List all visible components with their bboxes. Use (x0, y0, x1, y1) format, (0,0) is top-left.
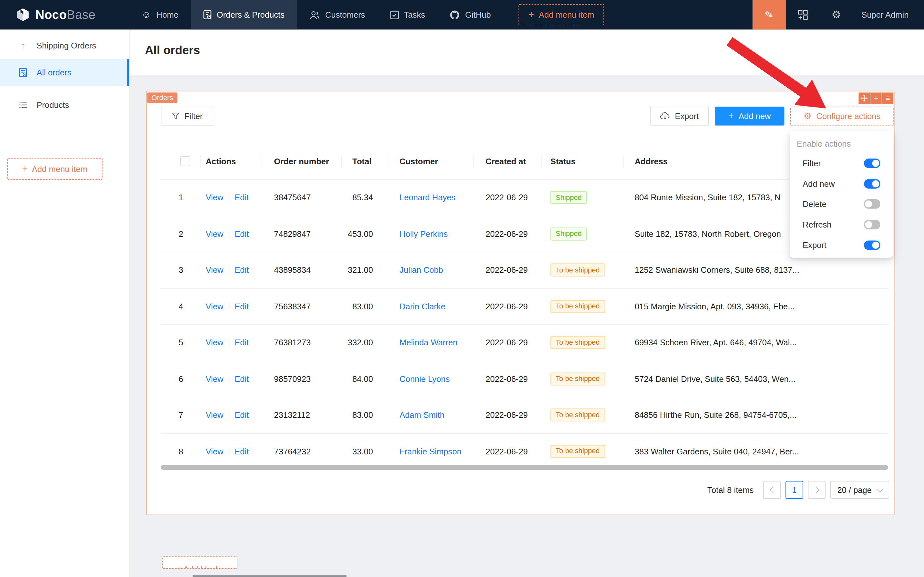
customer-link[interactable]: Connie Lyons (399, 374, 449, 384)
customer-link[interactable]: Holly Perkins (399, 229, 448, 239)
total-cell: 83.00 (342, 397, 388, 433)
nocobase-logo[interactable]: NocoBase (0, 7, 129, 23)
col-order-number: Order number (262, 143, 342, 179)
table-row: 7 View Edit 23132112 83.00 Adam Smith 20… (161, 397, 889, 434)
status-cell: To be shipped (542, 397, 624, 433)
document-check-icon (18, 68, 28, 77)
status-cell: Shipped (542, 216, 624, 251)
plus-icon: + (728, 111, 734, 121)
edit-link[interactable]: Edit (235, 193, 249, 202)
toggle-switch[interactable] (864, 200, 881, 209)
customer-link[interactable]: Leonard Hayes (399, 193, 455, 202)
tab-home[interactable]: ☺ Home (129, 0, 191, 29)
total-cell: 321.00 (342, 252, 388, 288)
status-cell: To be shipped (542, 434, 624, 469)
customer-cell: Darin Clarke (388, 288, 473, 324)
drag-move-icon[interactable] (858, 92, 870, 104)
view-link[interactable]: View (206, 301, 223, 311)
user-menu[interactable]: Super Admin (853, 10, 924, 19)
customer-link[interactable]: Melinda Warren (399, 338, 457, 347)
view-link[interactable]: View (206, 338, 223, 347)
link-divider (229, 375, 229, 383)
customer-cell: Adam Smith (388, 397, 473, 433)
horizontal-scrollbar-thumb[interactable] (161, 465, 888, 470)
configure-actions-button[interactable]: ⚙ Configure actions (790, 106, 894, 126)
order-number-cell: 73764232 (262, 434, 342, 469)
toggle-switch[interactable] (864, 159, 881, 168)
dropdown-toggle-item[interactable]: Delete (790, 194, 893, 215)
toggle-switch[interactable] (864, 179, 881, 189)
customer-link[interactable]: Julian Cobb (399, 265, 443, 275)
settings-button[interactable]: ⚙ (820, 0, 853, 29)
nocobase-app: NocoBase ☺ Home Orders & Products Custom… (0, 0, 924, 577)
edit-link[interactable]: Edit (235, 229, 249, 239)
document-check-icon (203, 10, 211, 19)
toggle-switch[interactable] (864, 240, 881, 250)
edit-link[interactable]: Edit (235, 447, 249, 456)
next-page-button[interactable] (808, 481, 826, 499)
navbar-add-menu-item-button[interactable]: + Add menu item (518, 4, 604, 25)
tab-orders-products[interactable]: Orders & Products (191, 0, 297, 29)
toggle-knob (872, 241, 879, 248)
tab-github[interactable]: GitHub (437, 0, 503, 29)
sidebar-item-products[interactable]: Products (0, 92, 129, 118)
tab-tasks[interactable]: Tasks (378, 0, 438, 29)
table-row: 1 View Edit 38475647 85.34 Leonard Hayes… (161, 180, 889, 216)
prev-page-button[interactable] (763, 481, 781, 499)
edit-link[interactable]: Edit (235, 301, 249, 311)
add-block-button[interactable]: + Add block (162, 556, 237, 569)
created-at-cell: 2022-06-29 (474, 216, 542, 251)
toggle-switch[interactable] (864, 220, 881, 229)
dropdown-toggle-item[interactable]: Export (790, 235, 893, 255)
screenshot-stage: NocoBase ☺ Home Orders & Products Custom… (0, 0, 924, 577)
view-link[interactable]: View (206, 193, 223, 202)
created-at-cell: 2022-06-29 (474, 325, 542, 360)
ui-editor-button[interactable]: ✎ (752, 0, 786, 29)
edit-link[interactable]: Edit (235, 265, 249, 275)
row-actions: View Edit (201, 288, 262, 324)
total-cell: 332.00 (342, 325, 388, 360)
row-actions: View Edit (201, 434, 262, 469)
view-link[interactable]: View (206, 265, 223, 275)
view-link[interactable]: View (206, 447, 223, 456)
tab-customers[interactable]: Customers (297, 0, 377, 29)
row-index: 8 (161, 434, 201, 469)
status-cell: To be shipped (542, 252, 624, 288)
page-1-button[interactable]: 1 (786, 481, 803, 499)
customer-link[interactable]: Darin Clarke (399, 301, 445, 311)
highlighter-pen-icon: ✎ (764, 8, 774, 22)
dropdown-toggle-item[interactable]: Filter (790, 153, 893, 174)
row-index: 6 (161, 361, 201, 396)
customer-link[interactable]: Frankie Simpson (399, 447, 461, 456)
export-button[interactable]: Export (650, 106, 709, 126)
sidebar-item-shipping-orders[interactable]: ↑ Shipping Orders (0, 32, 129, 59)
filter-button[interactable]: Filter (161, 106, 213, 126)
view-link[interactable]: View (206, 374, 223, 384)
smiley-icon: ☺ (142, 10, 151, 19)
block-menu-icon[interactable]: ≡ (882, 92, 893, 104)
sidebar-item-all-orders[interactable]: All orders (0, 59, 129, 86)
dropdown-toggle-item[interactable]: Refresh (790, 214, 893, 235)
funnel-icon (171, 112, 180, 120)
select-all-checkbox[interactable] (180, 156, 190, 166)
chevron-down-icon (877, 485, 883, 492)
add-new-button[interactable]: + Add new (715, 106, 784, 126)
list-icon (18, 101, 28, 109)
bottom-scrollbar-strip[interactable] (193, 575, 346, 577)
plugin-manager-button[interactable] (786, 0, 820, 29)
view-link[interactable]: View (206, 411, 223, 420)
view-link[interactable]: View (206, 229, 223, 239)
edit-link[interactable]: Edit (235, 338, 249, 347)
cube-logo-icon (15, 7, 31, 23)
edit-link[interactable]: Edit (235, 411, 249, 420)
toggle-label: Delete (803, 200, 826, 209)
dropdown-toggle-item[interactable]: Add new (790, 174, 893, 194)
address-cell: 5724 Daniel Drive, Suite 563, 54403, Wen… (624, 361, 889, 396)
toggle-label: Add new (803, 179, 835, 189)
add-block-icon[interactable]: + (871, 92, 882, 104)
customer-link[interactable]: Adam Smith (399, 411, 444, 420)
edit-link[interactable]: Edit (235, 374, 249, 384)
page-size-select[interactable]: 20 / page (830, 481, 889, 499)
sidebar-add-menu-item-button[interactable]: + Add menu item (7, 158, 103, 180)
created-at-cell: 2022-06-29 (474, 397, 542, 433)
